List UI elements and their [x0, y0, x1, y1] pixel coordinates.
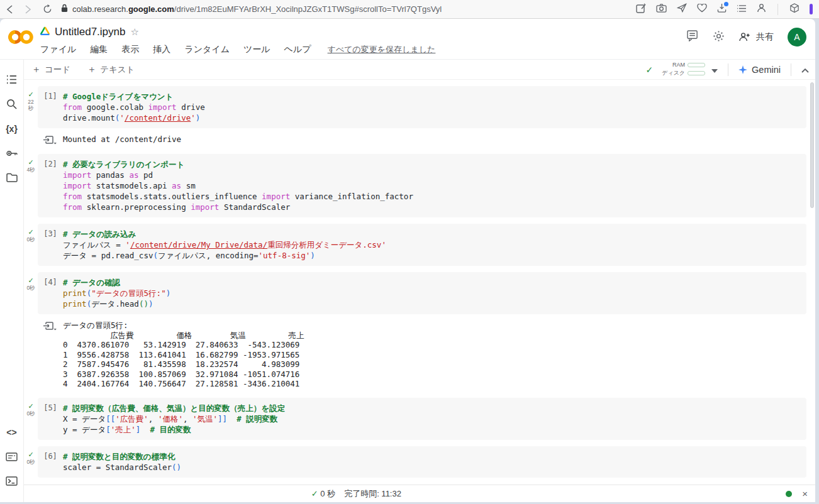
- star-icon[interactable]: ☆: [130, 26, 138, 38]
- code-line[interactable]: # データの読み込み: [63, 229, 801, 239]
- menu-edit[interactable]: 編集: [90, 44, 108, 55]
- code-line[interactable]: ファイルパス = '/content/drive/My Drive/data/重…: [63, 239, 801, 250]
- share-button[interactable]: 共有: [738, 31, 774, 43]
- settings-gear-icon[interactable]: [713, 30, 725, 45]
- variables-icon[interactable]: {x}: [0, 116, 24, 141]
- cell-index: [4]: [38, 277, 63, 309]
- code-line[interactable]: scaler = StandardScaler(): [63, 462, 801, 473]
- cell-code-row: ✓22秒[1]# Googleドライブをマウントfrom google.cola…: [24, 86, 806, 128]
- code-line[interactable]: # 必要なライブラリのインポート: [63, 159, 801, 170]
- table-of-contents-icon[interactable]: [0, 67, 24, 92]
- code-line[interactable]: # データの確認: [63, 277, 801, 288]
- menu-file[interactable]: ファイル: [40, 44, 76, 55]
- menu-help[interactable]: ヘルプ: [284, 44, 311, 55]
- menu-view[interactable]: 表示: [121, 44, 139, 55]
- code-line[interactable]: X = データ[['広告費', '価格', '気温']] # 説明変数: [63, 414, 801, 424]
- left-sidebar: {x} <>: [0, 60, 24, 502]
- cell-run-indicator[interactable]: ✓0秒: [24, 398, 38, 440]
- cell-editor[interactable]: [3]# データの読み込みファイルパス = '/content/drive/My…: [38, 224, 806, 266]
- cell-editor[interactable]: [6]# 説明変数と目的変数の標準化scaler = StandardScale…: [38, 446, 806, 478]
- avatar[interactable]: A: [788, 28, 806, 47]
- cell-code[interactable]: # 説明変数と目的変数の標準化scaler = StandardScaler(): [63, 451, 801, 473]
- cell-code[interactable]: # Googleドライブをマウントfrom google.colab impor…: [63, 91, 801, 123]
- download-icon[interactable]: [717, 3, 727, 15]
- secrets-key-icon[interactable]: [0, 141, 24, 165]
- code-cell[interactable]: ✓0秒[6]# 説明変数と目的変数の標準化scaler = StandardSc…: [24, 446, 806, 478]
- comment-icon[interactable]: [687, 30, 699, 44]
- exec-time: 0秒: [26, 236, 36, 243]
- send-icon[interactable]: [677, 3, 687, 15]
- vertical-scrollbar[interactable]: [810, 82, 814, 208]
- terminal-icon[interactable]: [0, 469, 24, 493]
- code-cell[interactable]: ✓0秒[4]# データの確認print("データの冒頭5行:")print(デー…: [24, 272, 806, 392]
- forward-icon[interactable]: [25, 5, 31, 14]
- command-palette-icon[interactable]: [0, 444, 24, 469]
- menu-runtime[interactable]: ランタイム: [184, 44, 230, 55]
- colab-logo-icon[interactable]: [8, 29, 34, 48]
- cell-run-indicator[interactable]: ✓0秒: [24, 446, 38, 478]
- cell-run-indicator[interactable]: ✓22秒: [24, 86, 38, 128]
- code-cell[interactable]: ✓0秒[5]# 説明変数（広告費、価格、気温）と目的変数（売上）を設定X = デ…: [24, 398, 806, 440]
- menu-insert[interactable]: 挿入: [153, 44, 170, 55]
- reading-list-icon[interactable]: [737, 4, 747, 15]
- cell-index: [5]: [38, 403, 63, 435]
- cell-code[interactable]: # 説明変数（広告費、価格、気温）と目的変数（売上）を設定X = データ[['広…: [63, 403, 801, 435]
- code-line[interactable]: y = データ['売上'] # 目的変数: [63, 424, 801, 435]
- code-snippets-icon[interactable]: <>: [0, 420, 24, 444]
- extension-pill[interactable]: [810, 4, 813, 14]
- code-line[interactable]: import pandas as pd: [63, 170, 801, 180]
- cell-code[interactable]: # データの読み込みファイルパス = '/content/drive/My Dr…: [63, 229, 801, 261]
- cell-index: [1]: [38, 91, 63, 123]
- code-line[interactable]: from statsmodels.stats.outliers_influenc…: [63, 191, 801, 202]
- code-line[interactable]: # 説明変数と目的変数の標準化: [63, 451, 801, 462]
- close-status-icon[interactable]: ×: [802, 488, 808, 499]
- cell-run-indicator[interactable]: ✓0秒: [24, 224, 38, 266]
- cell-run-indicator[interactable]: ✓4秒: [24, 154, 38, 217]
- cell-code[interactable]: # データの確認print("データの冒頭5行:")print(データ.head…: [63, 277, 801, 309]
- cell-editor[interactable]: [2]# 必要なライブラリのインポートimport pandas as pdim…: [38, 154, 806, 217]
- disk-meter-bar: [688, 71, 705, 75]
- back-icon[interactable]: [6, 5, 13, 14]
- share-label: 共有: [756, 31, 774, 43]
- notebook-title[interactable]: Untitled7.ipynb: [55, 26, 125, 38]
- code-line[interactable]: drive.mount('/content/drive'): [63, 112, 801, 123]
- edit-icon[interactable]: [636, 3, 646, 16]
- code-cell[interactable]: ✓0秒[3]# データの読み込みファイルパス = '/content/drive…: [24, 224, 806, 266]
- code-line[interactable]: import statsmodels.api as sm: [63, 180, 801, 191]
- profile-icon[interactable]: [757, 3, 766, 15]
- run-success-check-icon: ✓: [24, 277, 38, 284]
- menu-tools[interactable]: ツール: [243, 44, 270, 55]
- code-line[interactable]: データ = pd.read_csv(ファイルパス, encoding='utf-…: [63, 250, 801, 261]
- code-line[interactable]: from google.colab import drive: [63, 102, 801, 112]
- collapse-toolbar-icon[interactable]: [801, 64, 809, 75]
- resource-meter[interactable]: RAM ディスク: [662, 62, 705, 77]
- code-line[interactable]: print(データ.head()): [63, 299, 801, 309]
- cell-editor[interactable]: [5]# 説明変数（広告費、価格、気温）と目的変数（売上）を設定X = データ[…: [38, 398, 806, 440]
- add-text-button[interactable]: ＋テキスト: [87, 63, 135, 75]
- notebook-main: ＋コード ＋テキスト ✓ RAM ディスク Gemini: [24, 60, 815, 502]
- search-icon[interactable]: [0, 92, 24, 116]
- code-line[interactable]: print("データの冒頭5行:"): [63, 288, 801, 299]
- code-line[interactable]: from sklearn.preprocessing import Standa…: [63, 202, 801, 212]
- heart-icon[interactable]: [697, 4, 707, 15]
- gemini-button[interactable]: Gemini: [738, 65, 781, 75]
- cell-run-indicator[interactable]: ✓0秒: [24, 272, 38, 314]
- code-cell[interactable]: ✓4秒[2]# 必要なライブラリのインポートimport pandas as p…: [24, 154, 806, 217]
- cell-editor[interactable]: [4]# データの確認print("データの冒頭5行:")print(データ.h…: [38, 272, 806, 314]
- add-code-button[interactable]: ＋コード: [31, 63, 70, 75]
- output-icon[interactable]: [38, 134, 63, 145]
- camera-icon[interactable]: [656, 4, 667, 15]
- code-line[interactable]: # Googleドライブをマウント: [63, 91, 801, 102]
- address-bar[interactable]: colab.research.google.com/drive/1m82EuMF…: [61, 4, 627, 14]
- code-line[interactable]: # 説明変数（広告費、価格、気温）と目的変数（売上）を設定: [63, 403, 801, 414]
- exec-time: 0秒: [26, 285, 36, 291]
- output-icon[interactable]: [38, 320, 63, 389]
- reload-icon[interactable]: [43, 4, 52, 14]
- extension-cube-icon[interactable]: [789, 3, 800, 16]
- cell-code[interactable]: # 必要なライブラリのインポートimport pandas as pdimpor…: [63, 159, 801, 212]
- chevron-down-icon[interactable]: [711, 64, 718, 75]
- cell-editor[interactable]: [1]# Googleドライブをマウントfrom google.colab im…: [38, 86, 806, 128]
- code-cell[interactable]: ✓22秒[1]# Googleドライブをマウントfrom google.cola…: [24, 86, 806, 148]
- files-folder-icon[interactable]: [0, 165, 24, 190]
- save-status[interactable]: すべての変更を保存しました: [328, 44, 436, 55]
